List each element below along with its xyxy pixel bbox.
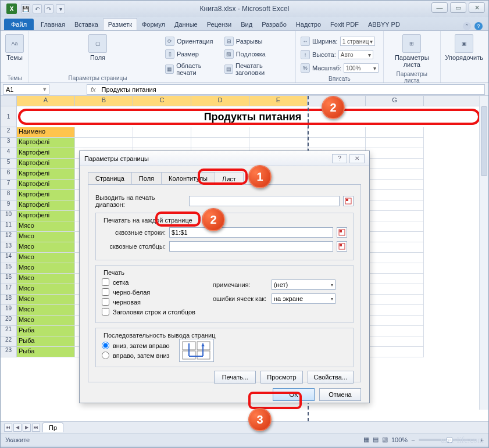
cell-a8[interactable]: Картофелі (17, 190, 75, 200)
print-range-ref-button[interactable] (343, 196, 354, 206)
scrollbar-thumb[interactable] (481, 106, 487, 176)
cell-a19[interactable]: Мясо (17, 305, 75, 316)
sheet-tab-active[interactable]: Пр (42, 422, 63, 432)
arrange-button[interactable]: ▣ Упорядочить (445, 33, 483, 62)
ribbon-minimize-icon[interactable]: ⌃ (463, 22, 471, 30)
tab-file[interactable]: Файл (4, 19, 34, 30)
minimize-button[interactable]: — (431, 2, 448, 13)
cell-a10[interactable]: Картофелі (17, 211, 75, 221)
cell-a20[interactable]: Мясо (17, 316, 75, 326)
row-header-17[interactable]: 17 (1, 284, 17, 295)
chk-bw[interactable]: черно-белая (102, 288, 195, 296)
formula-input[interactable]: fx Продукты питания (87, 84, 485, 95)
col-header-a[interactable]: A (17, 96, 75, 106)
nav-last-icon[interactable]: ⏭ (32, 424, 40, 432)
help-icon[interactable]: ? (474, 22, 483, 30)
row-header-19[interactable]: 19 (1, 305, 17, 316)
dialog-help-icon[interactable]: ? (332, 154, 347, 163)
scale-combo[interactable]: 100%▾ (344, 63, 379, 73)
vertical-scrollbar[interactable] (479, 96, 488, 410)
row-header-20[interactable]: 20 (1, 316, 17, 326)
col-header-d[interactable]: D (191, 96, 249, 106)
tab-foxit[interactable]: Foxit PDF (326, 19, 363, 30)
cell-a2[interactable]: Наимено (17, 127, 75, 138)
cell-a18[interactable]: Мясо (17, 295, 75, 305)
qat-dropdown-icon[interactable]: ▾ (56, 4, 65, 13)
tab-addins[interactable]: Надстро (291, 19, 326, 30)
row-header-2[interactable]: 2 (1, 127, 17, 138)
comments-combo[interactable]: (нет)▾ (272, 279, 335, 290)
orientation-button[interactable]: ⟳Ориентация (165, 35, 221, 47)
row-header-3[interactable]: 3 (1, 138, 17, 148)
row-header-18[interactable]: 18 (1, 295, 17, 305)
cell-a13[interactable]: Мясо (17, 242, 75, 253)
tab-margins[interactable]: Поля (131, 172, 162, 184)
errors-combo[interactable]: на экране▾ (272, 293, 335, 304)
close-button[interactable]: ✕ (469, 2, 485, 13)
cell-a3[interactable]: Картофелі (17, 138, 75, 148)
row-header-5[interactable]: 5 (1, 159, 17, 169)
chk-draft[interactable]: черновая (102, 298, 195, 306)
cell-a15[interactable]: Мясо (17, 263, 75, 274)
margins-button[interactable]: ▢ Поля (34, 33, 162, 62)
cell-a21[interactable]: Рыба (17, 326, 75, 336)
cell-a5[interactable]: Картофелі (17, 159, 75, 169)
row-header-21[interactable]: 21 (1, 326, 17, 336)
row-header-4[interactable]: 4 (1, 148, 17, 159)
cell-a4[interactable]: Картофелі (17, 148, 75, 159)
print-area-button[interactable]: ▦Область печати (165, 61, 221, 77)
row-header-16[interactable]: 16 (1, 274, 17, 284)
select-all-corner[interactable] (1, 96, 17, 106)
sheet-options-button[interactable]: ⊞ Параметры листа (388, 33, 436, 69)
tab-data[interactable]: Данные (170, 19, 202, 30)
rows-repeat-input[interactable] (169, 227, 333, 238)
row-header-14[interactable]: 14 (1, 253, 17, 263)
row-header-13[interactable]: 13 (1, 242, 17, 253)
row-header-1[interactable]: 1 (1, 106, 17, 127)
cols-repeat-input[interactable] (169, 241, 333, 252)
properties-button[interactable]: Свойства... (308, 371, 354, 384)
row-header-12[interactable]: 12 (1, 232, 17, 242)
cancel-button[interactable]: Отмена (319, 388, 361, 401)
cols-repeat-ref-button[interactable] (337, 241, 347, 252)
nav-next-icon[interactable]: ▶ (23, 424, 31, 432)
col-header-e[interactable]: E (249, 96, 308, 106)
tab-page[interactable]: Страница (88, 172, 132, 184)
themes-button[interactable]: Aa Темы (5, 33, 24, 62)
cell-a11[interactable]: Мясо (17, 221, 75, 232)
size-button[interactable]: ▯Размер (165, 48, 221, 60)
maximize-button[interactable]: ▭ (450, 2, 466, 13)
width-combo[interactable]: 1 страниц▾ (340, 37, 375, 46)
nav-first-icon[interactable]: ⏮ (4, 424, 12, 432)
nav-prev-icon[interactable]: ◀ (13, 424, 22, 432)
tab-developer[interactable]: Разрабо (257, 19, 291, 30)
height-combo[interactable]: Авто▾ (338, 50, 373, 59)
name-box[interactable]: A1▾ (3, 84, 49, 95)
radio-down-across[interactable]: вниз, затем вправо (102, 342, 170, 349)
preview-button[interactable]: Просмотр (260, 371, 302, 384)
chk-headers[interactable]: Заголовки строк и столбцов (102, 308, 195, 316)
undo-icon[interactable]: ↶ (33, 4, 42, 13)
title-cell[interactable]: Продукты питания (17, 106, 488, 127)
tab-home[interactable]: Главная (36, 19, 70, 30)
row-header-11[interactable]: 11 (1, 221, 17, 232)
cell-a7[interactable]: Картофелі (17, 180, 75, 190)
tab-view[interactable]: Вид (236, 19, 257, 30)
tab-review[interactable]: Рецензи (202, 19, 237, 30)
print-range-input[interactable] (189, 196, 340, 206)
dialog-close-icon[interactable]: ✕ (349, 154, 365, 163)
view-break-icon[interactable]: ▧ (382, 436, 388, 443)
tab-formulas[interactable]: Формул (137, 19, 170, 30)
print-button[interactable]: Печать... (214, 371, 256, 384)
cell-a16[interactable]: Мясо (17, 274, 75, 284)
col-header-b[interactable]: B (75, 96, 133, 106)
cell-a6[interactable]: Картофелі (17, 169, 75, 180)
row-header-9[interactable]: 9 (1, 200, 17, 211)
row-header-22[interactable]: 22 (1, 336, 17, 347)
redo-icon[interactable]: ↷ (44, 4, 53, 13)
cell-a12[interactable]: Мясо (17, 232, 75, 242)
cell-a17[interactable]: Мясо (17, 284, 75, 295)
print-titles-button[interactable]: ▤Печатать заголовки (224, 61, 291, 77)
dialog-titlebar[interactable]: Параметры страницы ? ✕ (80, 151, 369, 166)
row-header-23[interactable]: 23 (1, 347, 17, 357)
